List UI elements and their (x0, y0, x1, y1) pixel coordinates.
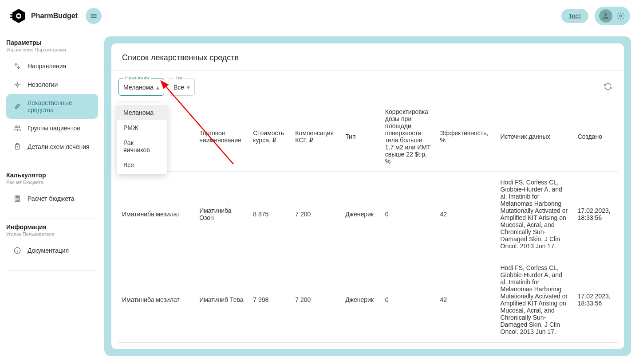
panel-header: Список лекарственных средств (111, 43, 624, 70)
svg-point-6 (604, 13, 607, 16)
sidebar-item-label: Группы пациентов (28, 125, 80, 132)
cell-dose (381, 343, 436, 349)
sidebar-item-medicines[interactable]: Лекарственные средства (6, 94, 98, 119)
svg-point-21 (18, 200, 19, 200)
cell-type: Дженерик (341, 257, 381, 343)
dropdown-option[interactable]: Рак яичников (117, 135, 167, 157)
cell-efficacy: 42 (435, 257, 496, 343)
sidebar-item-directions[interactable]: Направления (6, 57, 98, 75)
sidebar-section-title: Параметры (6, 39, 98, 46)
cell-name (118, 343, 195, 349)
refresh-icon (604, 82, 612, 91)
sidebar-item-treatment-details[interactable]: Детали схем лечения (6, 137, 98, 156)
cell-trade: Иматиниб Тева (195, 257, 248, 343)
svg-point-2 (17, 15, 20, 17)
sidebar-item-documentation[interactable]: Документация (6, 241, 98, 260)
cell-source: Hodi FS, Corless CL, Giobbie-Hurder A, a… (496, 343, 573, 349)
header-right: Тест (561, 7, 630, 25)
cell-source: Hodi FS, Corless CL, Giobbie-Hurder A, a… (496, 257, 573, 343)
settings-button[interactable] (616, 11, 626, 21)
page-title: Список лекарственных средств (122, 53, 613, 63)
sidebar-item-label: Направления (28, 63, 66, 70)
refresh-button[interactable] (604, 82, 612, 92)
user-controls (595, 7, 630, 25)
dropdown-option[interactable]: Меланома (117, 105, 167, 120)
svg-point-20 (17, 200, 18, 200)
sidebar-section-params: Параметры Управление Параметрами Направл… (6, 39, 98, 156)
menu-toggle-button[interactable] (86, 8, 102, 24)
nosology-dropdown: Меланома РМЖ Рак яичников Все (117, 103, 167, 174)
user-icon (602, 12, 610, 20)
avatar-button[interactable] (599, 9, 612, 23)
sidebar: Параметры Управление Параметрами Направл… (0, 0, 104, 364)
test-link[interactable]: Тест (561, 9, 588, 23)
select-label: Тип (174, 75, 185, 80)
cell-compensation: 7 200 (291, 172, 341, 257)
sidebar-item-label: Расчет бюджета (28, 195, 75, 202)
medicines-table: Торговое наименование Стоимость курса, ₽… (118, 102, 618, 349)
sidebar-section-title: Информация (6, 223, 98, 231)
table-row[interactable]: Hodi FS, Corless CL, Giobbie-Hurder A, a… (118, 343, 618, 349)
cell-type (341, 343, 381, 349)
select-label: Нозология (123, 75, 151, 80)
panel: Список лекарственных средств Нозология М… (111, 43, 624, 349)
table-column-header: Торговое наименование (195, 102, 248, 172)
cell-created: 17.02.2023, 18:33:56 (573, 257, 618, 343)
sidebar-item-label: Лекарственные средства (28, 99, 91, 114)
cell-trade (195, 343, 248, 349)
chevron-up-icon: ▴ (156, 84, 159, 91)
table-row[interactable]: Иматиниба мезилат Иматиниб Тева 7 998 7 … (118, 257, 618, 343)
gear-icon (616, 12, 625, 20)
sidebar-section-calculator: Калькулятор Расчет Бюджета Расчет бюджет… (6, 172, 98, 208)
nosology-icon (13, 81, 21, 89)
svg-point-19 (16, 200, 16, 200)
cell-created: 17.02.2023, 18:33:56 (573, 172, 618, 257)
sidebar-section-subtitle: Уголок Пользователя (6, 231, 98, 237)
table-column-header: Компенсация КСГ, ₽ (291, 102, 341, 172)
users-icon (13, 124, 21, 132)
cell-cost: 8 875 (248, 172, 291, 257)
sidebar-section-subtitle: Управление Параметрами (6, 47, 98, 52)
svg-point-8 (16, 84, 19, 86)
clipboard-icon (13, 143, 21, 151)
dropdown-option[interactable]: РМЖ (117, 120, 167, 135)
pill-icon (13, 102, 21, 110)
cell-source: Hodi FS, Corless CL, Giobbie-Hurder A, a… (496, 172, 573, 257)
sidebar-divider (7, 219, 97, 219)
cell-dose: 0 (381, 172, 436, 257)
svg-point-17 (17, 199, 18, 199)
cell-cost: 7 998 (248, 257, 291, 343)
sidebar-divider (7, 167, 97, 167)
svg-point-18 (18, 199, 19, 199)
nosology-select[interactable]: Нозология Меланома ▴ Меланома РМЖ Рак яи… (118, 78, 164, 96)
cell-compensation (291, 343, 341, 349)
type-select[interactable]: Тип Все ▾ (169, 78, 195, 96)
svg-point-11 (18, 126, 20, 128)
sidebar-item-label: Нозологии (28, 81, 58, 88)
filters-row: Нозология Меланома ▴ Меланома РМЖ Рак яи… (111, 71, 624, 102)
svg-point-7 (620, 15, 622, 17)
sidebar-section-info: Информация Уголок Пользователя Документа… (6, 223, 98, 260)
cell-compensation: 7 200 (291, 257, 341, 343)
sidebar-divider (7, 270, 97, 271)
cell-name: Иматиниба мезилат (118, 172, 195, 257)
svg-point-10 (15, 126, 17, 128)
table-column-header: Корректировка дозы при площади поверхнос… (381, 102, 436, 172)
svg-rect-4 (11, 16, 14, 16)
sidebar-item-label: Детали схем лечения (28, 143, 90, 150)
select-value: Меланома (123, 84, 154, 91)
calculator-icon (13, 195, 21, 203)
sidebar-item-patient-groups[interactable]: Группы пациентов (6, 119, 98, 137)
sidebar-item-budget-calc[interactable]: Расчет бюджета (6, 189, 98, 208)
sidebar-item-nosologies[interactable]: Нозологии (6, 75, 98, 94)
cell-type: Дженерик (341, 172, 381, 257)
hamburger-icon (90, 12, 97, 20)
app-header: PharmBudget Тест (0, 0, 639, 32)
dropdown-option[interactable]: Все (117, 157, 167, 172)
svg-rect-5 (10, 17, 13, 18)
panel-outer: Список лекарственных средств Нозология М… (104, 36, 631, 356)
sidebar-section-title: Калькулятор (6, 172, 98, 179)
cell-trade: Иматиниба Озон (195, 172, 248, 257)
cell-cost (248, 343, 291, 349)
table-row[interactable]: Иматиниба мезилат Иматиниба Озон 8 875 7… (118, 172, 618, 257)
